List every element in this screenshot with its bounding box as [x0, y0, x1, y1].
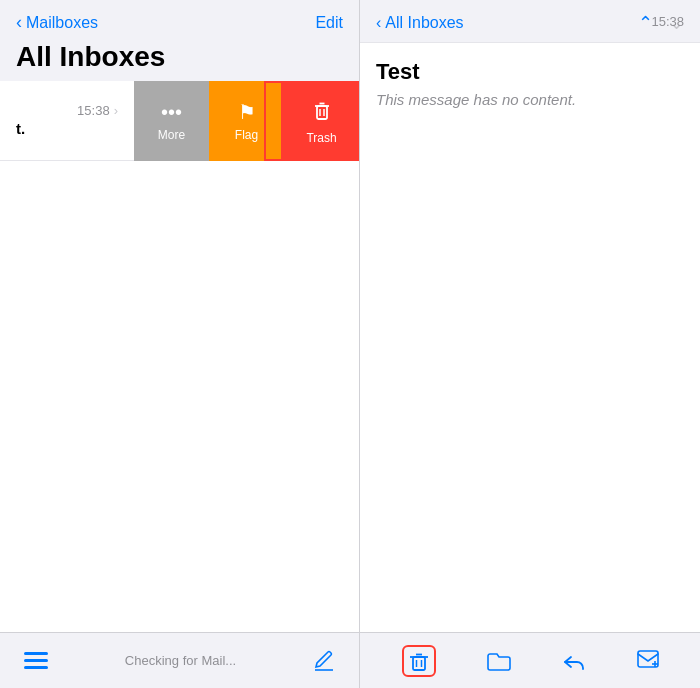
- email-row[interactable]: 15:38 › t. ••• More ⚑ Flag: [0, 81, 359, 161]
- trash-swipe-button[interactable]: Trash: [284, 81, 359, 161]
- flag-label: Flag: [235, 128, 258, 142]
- email-list: 15:38 › t. ••• More ⚑ Flag: [0, 81, 359, 632]
- more-icon: •••: [161, 101, 182, 124]
- email-sender: t.: [16, 120, 118, 137]
- trash-icon: [311, 98, 333, 127]
- email-detail: Test This message has no content.: [360, 43, 700, 632]
- left-toolbar: Checking for Mail...: [0, 633, 360, 688]
- bottom-toolbar: Checking for Mail...: [0, 632, 700, 688]
- compose-button[interactable]: [313, 650, 335, 672]
- right-panel: ‹ All Inboxes ⌃ ⌄ 15:38 Test This messag…: [360, 0, 700, 632]
- reply-button[interactable]: [562, 650, 586, 672]
- svg-rect-0: [317, 106, 327, 119]
- edit-button[interactable]: Edit: [315, 14, 343, 32]
- more-label: More: [158, 128, 185, 142]
- trash-toolbar-button[interactable]: [402, 645, 436, 677]
- more-swipe-button[interactable]: ••• More: [134, 81, 209, 161]
- all-inboxes-label: All Inboxes: [385, 14, 463, 32]
- right-toolbar: [360, 633, 700, 688]
- trash-label: Trash: [306, 131, 336, 145]
- new-message-button[interactable]: [637, 650, 659, 672]
- email-chevron-icon: ›: [114, 103, 118, 118]
- svg-rect-9: [413, 657, 425, 670]
- svg-rect-5: [24, 652, 48, 655]
- mailboxes-back-button[interactable]: ‹ Mailboxes: [16, 12, 98, 33]
- left-nav: ‹ Mailboxes Edit: [0, 0, 359, 37]
- svg-rect-6: [24, 659, 48, 662]
- flag-icon: ⚑: [238, 100, 256, 124]
- mailboxes-label: Mailboxes: [26, 14, 98, 32]
- all-inboxes-title: All Inboxes: [0, 37, 359, 81]
- swipe-actions: ••• More ⚑ Flag: [134, 81, 359, 161]
- all-inboxes-back-button[interactable]: ‹ All Inboxes: [376, 14, 464, 32]
- svg-rect-7: [24, 666, 48, 669]
- right-nav: ‹ All Inboxes ⌃ ⌄ 15:38: [360, 0, 700, 43]
- folder-button[interactable]: [487, 651, 511, 671]
- email-time: 15:38: [77, 103, 110, 118]
- nav-time: 15:38: [651, 14, 684, 29]
- sidebar-icon[interactable]: [24, 651, 48, 671]
- chevron-left-icon: ‹: [376, 14, 381, 32]
- email-item[interactable]: 15:38 › t.: [0, 81, 134, 161]
- email-body: This message has no content.: [376, 91, 684, 108]
- checking-mail-label: Checking for Mail...: [125, 653, 236, 668]
- flag-swipe-button[interactable]: ⚑ Flag: [209, 81, 284, 161]
- chevron-left-icon: ‹: [16, 12, 22, 33]
- left-panel: ‹ Mailboxes Edit All Inboxes 15:38 › t.: [0, 0, 360, 632]
- email-subject: Test: [376, 59, 684, 85]
